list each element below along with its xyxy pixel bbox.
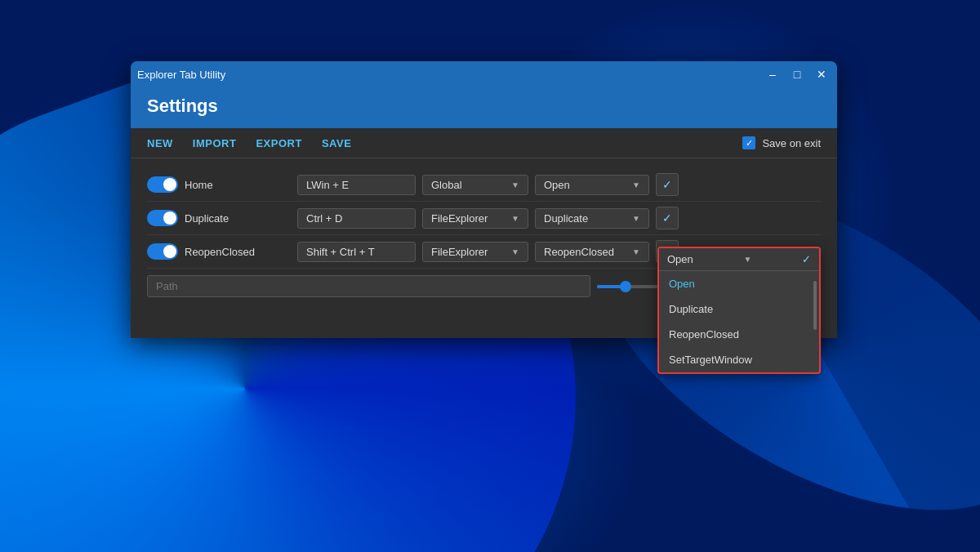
reopen-shortcut[interactable]: Shift + Ctrl + T xyxy=(297,242,416,262)
action-caret: ▼ xyxy=(632,180,640,189)
settings-title: Settings xyxy=(147,96,218,116)
dropdown-item-open[interactable]: Open xyxy=(659,271,819,296)
reopen-toggle[interactable] xyxy=(147,243,178,260)
dropdown-item-reopen[interactable]: ReopenClosed xyxy=(659,322,819,347)
home-toggle[interactable] xyxy=(147,176,178,193)
table-row: Home LWin + E Global ▼ Open ▼ ✓ xyxy=(147,168,821,202)
save-on-exit-container: ✓ Save on exit xyxy=(742,136,821,149)
action-dropdown[interactable]: Open ▼ ✓ Open Duplicate ReopenClosed Set… xyxy=(657,247,821,374)
dropdown-scrollbar[interactable] xyxy=(813,281,817,330)
home-scope[interactable]: Global ▼ xyxy=(422,175,528,195)
save-on-exit-checkbox[interactable]: ✓ xyxy=(742,136,755,149)
window-controls: – □ ✕ xyxy=(760,63,834,86)
duplicate-action[interactable]: Duplicate ▼ xyxy=(535,208,649,229)
reopen-name: ReopenClosed xyxy=(185,246,291,258)
dropdown-item-settarget[interactable]: SetTargetWindow xyxy=(659,347,819,372)
export-button[interactable]: EXPORT xyxy=(256,137,301,149)
slider-fill xyxy=(597,285,623,288)
dropdown-header[interactable]: Open ▼ ✓ xyxy=(659,248,819,271)
home-action[interactable]: Open ▼ xyxy=(535,175,649,195)
save-on-exit-label: Save on exit xyxy=(762,137,821,149)
path-input[interactable] xyxy=(147,275,590,297)
new-button[interactable]: NEW xyxy=(147,137,173,149)
duplicate-scope[interactable]: FileExplorer ▼ xyxy=(422,208,528,229)
scope-caret: ▼ xyxy=(511,214,519,223)
reopen-action[interactable]: ReopenClosed ▼ xyxy=(535,242,649,262)
table-row: Duplicate Ctrl + D FileExplorer ▼ Duplic… xyxy=(147,202,821,235)
dropdown-item-duplicate[interactable]: Duplicate xyxy=(659,296,819,322)
dropdown-checkmark: ✓ xyxy=(802,253,811,265)
maximize-button[interactable]: □ xyxy=(785,63,809,86)
dropdown-selected-value: Open xyxy=(667,253,693,265)
slider-thumb xyxy=(620,281,631,292)
home-shortcut[interactable]: LWin + E xyxy=(297,175,416,195)
scope-caret: ▼ xyxy=(511,180,519,189)
scope-caret: ▼ xyxy=(511,247,519,256)
action-caret: ▼ xyxy=(632,247,640,256)
delay-slider-track[interactable] xyxy=(597,285,662,288)
app-window: Explorer Tab Utility – □ ✕ Settings NEW … xyxy=(131,61,837,338)
duplicate-name: Duplicate xyxy=(185,212,291,225)
dropdown-caret-icon: ▼ xyxy=(743,255,751,264)
duplicate-toggle[interactable] xyxy=(147,210,178,226)
duplicate-check-button[interactable]: ✓ xyxy=(656,207,679,229)
toolbar: NEW IMPORT EXPORT SAVE ✓ Save on exit xyxy=(131,128,837,158)
title-bar: Explorer Tab Utility – □ ✕ xyxy=(131,61,837,87)
close-button[interactable]: ✕ xyxy=(809,63,834,86)
import-button[interactable]: IMPORT xyxy=(193,137,237,149)
home-check-button[interactable]: ✓ xyxy=(656,173,679,196)
action-caret: ▼ xyxy=(632,214,640,223)
reopen-scope[interactable]: FileExplorer ▼ xyxy=(422,242,528,262)
window-title: Explorer Tab Utility xyxy=(137,69,225,81)
minimize-button[interactable]: – xyxy=(760,63,785,86)
settings-header: Settings xyxy=(131,87,837,128)
content-area: Home LWin + E Global ▼ Open ▼ ✓ Duplicat… xyxy=(131,158,837,338)
home-name: Home xyxy=(185,179,291,191)
duplicate-shortcut[interactable]: Ctrl + D xyxy=(297,208,416,229)
save-button[interactable]: SAVE xyxy=(322,137,351,149)
